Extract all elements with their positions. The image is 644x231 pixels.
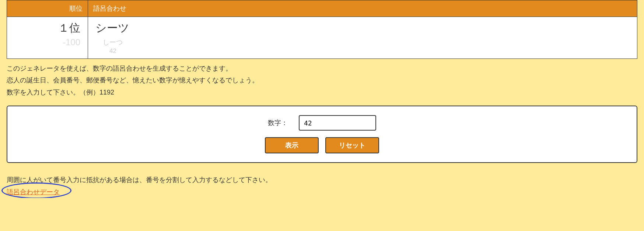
- desc-line-1: このジェネレータを使えば、数字の語呂合わせを生成することができます。: [7, 63, 637, 74]
- header-rank: 順位: [7, 0, 88, 17]
- word-reading: しーつ: [103, 38, 630, 47]
- description-block: このジェネレータを使えば、数字の語呂合わせを生成することができます。 恋人の誕生…: [7, 63, 637, 98]
- input-form: 数字： 表示 リセット: [7, 106, 637, 163]
- reset-button[interactable]: リセット: [325, 137, 379, 153]
- word-main: シーツ: [95, 21, 630, 36]
- number-input[interactable]: [299, 115, 376, 131]
- rank-value: １位: [14, 21, 80, 36]
- desc-line-2: 恋人の誕生日、会員番号、郵便番号など、憶えたい数字が憶えやすくなるでしょう。: [7, 74, 637, 86]
- results-table: 順位 語呂合わせ １位 -100 シーツ しーつ 42: [7, 0, 637, 59]
- footer-block: 周囲に人がいて番号入力に抵抗がある場合は、番号を分割して入力するなどして下さい。…: [7, 174, 637, 198]
- footer-note-text: 周囲に人がいて番号入力に抵抗がある場合は、番号を分割して入力するなどして下さい。: [7, 174, 637, 186]
- submit-button[interactable]: 表示: [265, 137, 319, 153]
- table-row: １位 -100 シーツ しーつ 42: [7, 17, 637, 59]
- goro-data-link[interactable]: 語呂合わせデータ: [7, 186, 60, 198]
- desc-line-3: 数字を入力して下さい。（例）1192: [7, 86, 637, 98]
- number-label: 数字：: [268, 118, 288, 127]
- header-goro: 語呂合わせ: [88, 0, 637, 17]
- score-value: -100: [14, 37, 80, 47]
- word-number: 42: [109, 47, 630, 55]
